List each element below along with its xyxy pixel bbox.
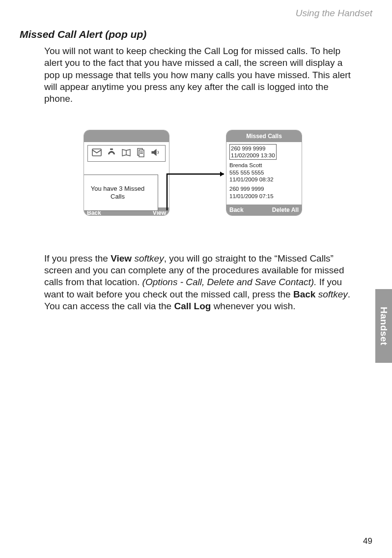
text: whenever you wish. xyxy=(211,301,295,311)
phone-screen-missed-calls: Missed Calls 260 999 9999 11/02/2009 13:… xyxy=(226,130,302,216)
missed-call-popup: You have 3 Missed Calls xyxy=(84,175,158,211)
phone-screen-popup: You have 3 Missed Calls Back View xyxy=(84,130,169,216)
status-icon-row xyxy=(87,145,166,162)
entry-datetime: 11/01/2009 08:32 xyxy=(229,176,299,183)
sound-icon xyxy=(150,147,162,160)
voicemail-icon xyxy=(91,147,103,160)
phone-content: You have 3 Missed Calls xyxy=(84,145,169,207)
section-title: Missed Call Alert (pop up) xyxy=(20,29,372,40)
phone-titlebar: Missed Calls xyxy=(226,130,302,142)
softkey-back[interactable]: Back xyxy=(229,206,244,213)
softkey-term: softkey xyxy=(132,253,164,264)
entry-number: 260 999 9999 xyxy=(231,145,275,152)
body: You will not want to keep checking the C… xyxy=(44,45,358,312)
view-label: View xyxy=(111,253,132,264)
list-item[interactable]: 260 999 9999 11/01/2009 07:15 xyxy=(229,185,299,200)
entry-name: Brenda Scott xyxy=(229,162,299,169)
intro-paragraph: You will not want to keep checking the C… xyxy=(44,45,358,105)
contacts-icon xyxy=(120,147,132,160)
call-log-label: Call Log xyxy=(174,301,211,311)
figure: You have 3 Missed Calls Back View Missed… xyxy=(84,130,358,223)
missed-calls-list: 260 999 9999 11/02/2009 13:30 Brenda Sco… xyxy=(226,142,302,205)
text: If you press the xyxy=(44,253,111,264)
page: Using the Handset Missed Call Alert (pop… xyxy=(0,0,392,558)
back-label: Back xyxy=(293,289,315,299)
entry-datetime: 11/02/2009 13:30 xyxy=(231,152,275,159)
options-list: (Options - Call, Delete and Save Contact… xyxy=(142,277,317,287)
entry-number: 260 999 9999 xyxy=(229,185,299,192)
softkey-term: softkey xyxy=(315,289,347,299)
instruction-paragraph: If you press the View softkey, you will … xyxy=(44,253,358,313)
softkey-delete-all[interactable]: Delete All xyxy=(272,206,299,213)
document-icon xyxy=(135,147,147,160)
list-item[interactable]: Brenda Scott 555 555 5555 11/01/2009 08:… xyxy=(229,162,299,183)
phone-titlebar-empty xyxy=(84,130,169,142)
svg-rect-0 xyxy=(92,149,101,156)
entry-number: 555 555 5555 xyxy=(229,169,299,176)
svg-rect-1 xyxy=(110,148,113,150)
entry-datetime: 11/01/2009 07:15 xyxy=(229,193,299,200)
page-number: 49 xyxy=(363,536,372,546)
missed-call-icon xyxy=(106,147,117,160)
connector-arrow xyxy=(164,163,228,212)
softkey-bar-right: Back Delete All xyxy=(226,205,302,215)
list-item-selected[interactable]: 260 999 9999 11/02/2009 13:30 xyxy=(229,144,277,160)
section-tab: Handset xyxy=(375,289,392,363)
running-header: Using the Handset xyxy=(20,8,372,19)
